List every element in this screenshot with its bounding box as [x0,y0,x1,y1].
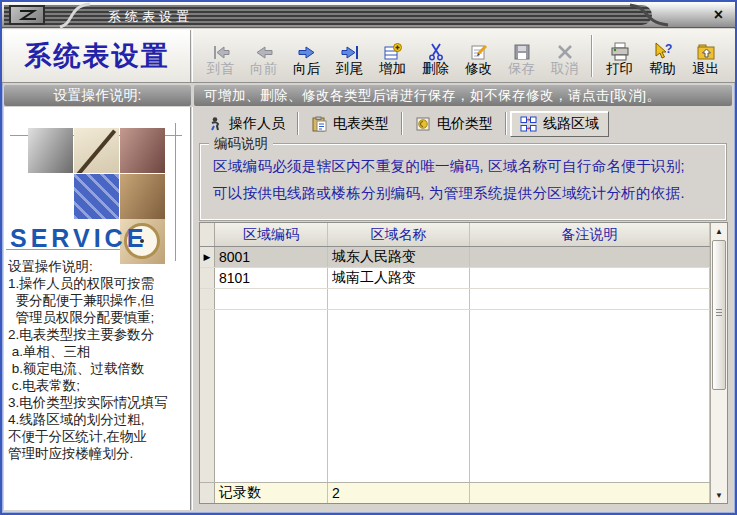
instruction-line: 不便于分区统计,在物业 [8,428,190,445]
price-book-icon [415,116,431,132]
grid-corner-cell [200,223,215,246]
tab-separator [505,112,507,135]
instruction-line: c.电表常数; [8,377,190,394]
print-icon [609,35,631,61]
column-header-code[interactable]: 区域编码 [215,223,328,246]
tab-meter-type[interactable]: 电表类型 [302,112,398,136]
coding-notes-groupbox: 编码说明 区域编码必须是辖区内不重复的唯一编码, 区域名称可自行命名便于识别; … [199,143,727,221]
record-count-label: 记录数 [215,483,328,503]
print-button[interactable]: 打印 [598,35,641,77]
svg-text:?: ? [665,42,672,56]
app-window: 系统表设置 × 系统表设置 到首 向前 [0,0,737,515]
groupbox-line: 可以按供电线路或楼栋分别编码, 为管理系统提供分区域统计分析的依据. [213,180,720,207]
instruction-line: 设置操作说明: [8,258,190,275]
tab-bar: 操作人员 电表类型 电价类型 线路区域 [193,107,732,137]
scroll-up-icon[interactable]: ▲ [711,223,727,239]
save-icon [512,35,532,61]
delete-icon [427,35,445,61]
decorative-line [175,123,176,261]
cancel-button[interactable]: 取消 [543,35,586,77]
groupbox-text: 区域编码必须是辖区内不重复的唯一编码, 区域名称可自行命名便于识别; 可以按供电… [200,144,726,207]
table-row[interactable]: 8101 城南工人路变 [200,268,710,289]
column-header-name[interactable]: 区域名称 [328,223,470,246]
toolbar-row: 系统表设置 到首 向前 向后 [2,29,735,83]
table-row[interactable]: ▶ 8001 城东人民路变 [200,247,710,268]
edit-button[interactable]: 修改 [457,35,500,77]
title-stripe-band [4,5,652,25]
grid-empty-area [200,310,710,482]
add-icon [383,35,403,61]
toolbar-separator [591,35,593,77]
toolbar: 到首 向前 向后 到尾 [192,29,735,82]
delete-button[interactable]: 删除 [414,35,457,77]
cell-name: 城东人民路变 [328,247,470,267]
column-header-note[interactable]: 备注说明 [470,223,710,246]
cell-note [470,247,710,267]
cancel-icon [556,35,574,61]
groupbox-legend: 编码说明 [209,135,273,153]
notice-text: 可增加、删除、修改各类型后请进行保存，如不保存修改，请点击[取消]。 [204,87,661,105]
vertical-scrollbar[interactable]: ▲ ▼ [710,223,727,503]
next-record-button[interactable]: 向后 [285,35,328,77]
grid-header-row: 区域编码 区域名称 备注说明 [200,223,710,247]
photo-pen [74,128,119,173]
instruction-line: 1.操作人员的权限可按需 [8,275,190,292]
page-title: 系统表设置 [25,38,170,74]
photo-keyboard [74,174,119,219]
tab-separator [297,112,299,135]
area-boxes-icon [520,116,537,132]
sidebar: SERVICE 设置操作说明: 1.操作人员的权限可按需 要分配便于兼职操作,但… [4,107,191,510]
tab-separator [401,112,403,135]
service-wordmark: SERVICE [10,224,147,253]
last-record-icon [340,35,360,61]
clipboard-icon [311,116,327,132]
last-record-button[interactable]: 到尾 [328,35,371,77]
groupbox-line: 区域编码必须是辖区内不重复的唯一编码, 区域名称可自行命名便于识别; [213,153,720,180]
tab-price-type[interactable]: 电价类型 [406,112,502,136]
next-record-icon [297,35,317,61]
cell-code: 8001 [215,247,328,267]
cell-note [470,268,710,288]
data-grid: 区域编码 区域名称 备注说明 ▶ 8001 城东人民路变 8101 城南工人路变 [199,222,728,504]
sidebar-header-bar: 设置操作说明: [4,85,191,106]
row-pointer-icon: ▶ [200,247,215,267]
instructions-text: 设置操作说明: 1.操作人员的权限可按需 要分配便于兼职操作,但 管理员权限分配… [8,258,190,462]
help-icon: ? [652,35,674,61]
first-record-button[interactable]: 到首 [199,35,242,77]
instruction-line: 管理时应按楼幢划分. [8,445,190,462]
edit-icon [469,35,489,61]
photo-tools [120,128,165,173]
instruction-line: a.单相、三相 [8,343,190,360]
tab-line-area[interactable]: 线路区域 [510,111,609,137]
save-button[interactable]: 保存 [500,35,543,77]
prev-record-button[interactable]: 向前 [242,35,285,77]
exit-button[interactable]: 退出 [684,35,727,77]
instruction-line: 4.线路区域的划分过粗, [8,411,190,428]
photo-tool [28,128,73,173]
close-icon[interactable]: × [714,5,723,25]
grid-body: 区域编码 区域名称 备注说明 ▶ 8001 城东人民路变 8101 城南工人路变 [200,223,710,503]
record-count-row: 记录数 2 [200,482,710,503]
prev-record-icon [254,35,274,61]
help-button[interactable]: ? 帮助 [641,35,684,77]
cell-code: 8101 [215,268,328,288]
row-selector-cell [200,268,215,288]
tab-operators[interactable]: 操作人员 [198,112,294,136]
cell-name: 城南工人路变 [328,268,470,288]
app-title-panel: 系统表设置 [4,30,191,82]
scroll-down-icon[interactable]: ▼ [711,487,727,503]
add-button[interactable]: 增加 [371,35,414,77]
instruction-line: 管理员权限分配要慎重; [8,309,190,326]
exit-icon [696,35,716,61]
person-icon [207,116,223,132]
photo-sepia [120,174,165,219]
record-count-value: 2 [328,483,470,503]
window-title: 系统表设置 [108,8,193,26]
instruction-line: b.额定电流、过载倍数 [8,360,190,377]
instruction-line: 2.电表类型按主要参数分 [8,326,190,343]
scrollbar-thumb[interactable] [712,240,726,390]
sidebar-header-label: 设置操作说明: [54,87,142,105]
title-bar: 系统表设置 × [2,2,735,28]
instruction-line: 要分配便于兼职操作,但 [8,292,190,309]
empty-row [200,289,710,310]
